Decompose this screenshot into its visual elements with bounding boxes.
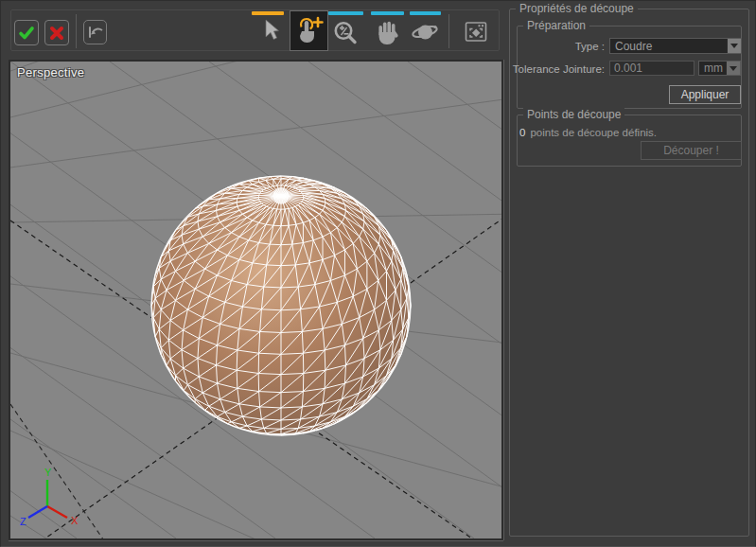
toolbar-separator-2 bbox=[448, 14, 449, 48]
orbit-tool-accent-bar bbox=[410, 11, 441, 15]
pan-tool-accent-bar bbox=[371, 11, 404, 15]
unit-dropdown[interactable]: mm bbox=[698, 61, 741, 76]
orbit-planet-icon bbox=[411, 18, 439, 46]
toolbar-separator bbox=[76, 14, 77, 48]
cancel-button[interactable] bbox=[44, 20, 69, 45]
apply-button[interactable]: Appliquer bbox=[669, 85, 741, 104]
type-label: Type : bbox=[519, 41, 605, 52]
viewport-mode-label: Perspective bbox=[17, 65, 84, 79]
svg-text:X: X bbox=[71, 515, 79, 526]
select-tool-button[interactable] bbox=[259, 17, 284, 45]
preparation-title: Préparation bbox=[523, 19, 589, 32]
check-icon bbox=[18, 25, 35, 42]
svg-text:Y: Y bbox=[44, 467, 52, 478]
x-icon bbox=[49, 26, 64, 41]
application-window: YXZ Perspective Propriétés de découpe Pr… bbox=[0, 0, 756, 547]
orbit-tool-button[interactable] bbox=[409, 16, 441, 48]
cursor-arrow-icon bbox=[262, 19, 281, 44]
touch-add-icon bbox=[295, 16, 324, 46]
viewport-3d[interactable]: YXZ Perspective bbox=[9, 60, 503, 540]
pan-tool-button[interactable] bbox=[374, 17, 402, 46]
magnifier-plus-minus-icon bbox=[332, 20, 359, 46]
tolerance-label: Tolerance Jointure: bbox=[510, 63, 605, 75]
zoom-tool-button[interactable] bbox=[329, 17, 360, 48]
rewind-button[interactable] bbox=[83, 20, 107, 44]
tolerance-input[interactable]: 0.001 bbox=[609, 61, 694, 76]
fit-view-frame-icon bbox=[464, 20, 489, 44]
select-tool-accent-bar bbox=[252, 11, 284, 15]
pick-tool-button[interactable] bbox=[290, 10, 328, 51]
cut-points-count-text: points de découpe définis. bbox=[530, 127, 657, 138]
cut-points-title: Points de découpe bbox=[523, 108, 624, 121]
rewind-to-start-icon bbox=[87, 25, 104, 40]
type-dropdown[interactable]: Coudre bbox=[609, 38, 742, 54]
svg-text:Z: Z bbox=[20, 516, 26, 527]
cut-properties-title: Propriétés de découpe bbox=[516, 2, 638, 15]
cut-points-count-line: 0points de découpe définis. bbox=[519, 127, 657, 138]
validate-button[interactable] bbox=[14, 20, 39, 45]
fit-view-button[interactable] bbox=[463, 18, 489, 45]
chevron-down-icon bbox=[730, 66, 737, 71]
zoom-tool-accent-bar bbox=[328, 11, 363, 15]
hand-icon bbox=[376, 19, 400, 45]
cut-button[interactable]: Découper ! bbox=[641, 141, 742, 160]
cut-points-count: 0 bbox=[519, 127, 525, 138]
type-dropdown-arrow[interactable] bbox=[727, 39, 741, 53]
unit-dropdown-value: mm bbox=[699, 62, 726, 75]
chevron-down-icon bbox=[730, 44, 738, 48]
type-dropdown-value: Coudre bbox=[610, 40, 727, 53]
toolbar bbox=[10, 9, 500, 51]
unit-dropdown-arrow[interactable] bbox=[726, 62, 740, 75]
viewport-canvas: YXZ bbox=[10, 62, 501, 538]
